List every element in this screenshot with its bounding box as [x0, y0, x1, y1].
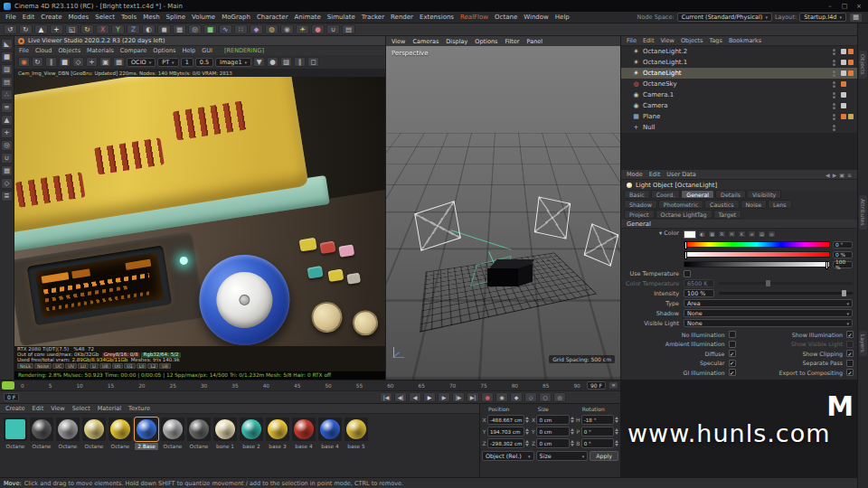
- viewer-toggle-button[interactable]: L0: [137, 363, 147, 369]
- material-name[interactable]: base 4: [292, 443, 316, 450]
- menu-item[interactable]: Render: [391, 14, 413, 21]
- panel-tab-objects[interactable]: Objects: [859, 51, 867, 79]
- material-thumbnail[interactable]: [266, 418, 289, 441]
- material-item[interactable]: base 4: [292, 418, 316, 450]
- object-tag-icon[interactable]: [841, 81, 846, 87]
- material-name[interactable]: Octane: [82, 443, 106, 450]
- object-tag-icon[interactable]: [848, 81, 854, 87]
- save-image-icon[interactable]: ▼: [253, 57, 265, 67]
- attribute-tab[interactable]: General: [681, 190, 714, 199]
- material-menu-item[interactable]: Select: [72, 405, 90, 412]
- record-rotation-icon[interactable]: ○: [539, 392, 552, 402]
- object-tag-icon[interactable]: [848, 49, 854, 54]
- material-item[interactable]: Octane: [82, 418, 106, 450]
- x-axis-lock-icon[interactable]: X: [96, 24, 109, 34]
- node-space-dropdown[interactable]: Current (Standard/Physical): [677, 13, 772, 22]
- panel-tab-attributes[interactable]: Attributes: [859, 195, 867, 230]
- material-name[interactable]: 2.Base: [135, 443, 158, 450]
- viewer-toggle-button[interactable]: LI: [90, 363, 99, 369]
- menu-item[interactable]: MoGraph: [222, 14, 250, 21]
- material-name[interactable]: Octane: [108, 443, 132, 450]
- object-manager-menu-item[interactable]: Edit: [643, 37, 655, 44]
- attribute-tab[interactable]: Target: [713, 210, 741, 219]
- material-item[interactable]: Octane: [30, 418, 53, 450]
- object-tag-icon[interactable]: [841, 92, 846, 98]
- material-item[interactable]: base 5: [344, 418, 368, 450]
- spline-pen-icon[interactable]: ∿: [219, 24, 232, 34]
- material-menu-item[interactable]: View: [51, 405, 64, 412]
- cube-object-front[interactable]: [487, 268, 518, 286]
- coordinate-field[interactable]: -488.667 cm: [487, 415, 524, 425]
- visibility-dots[interactable]: [833, 49, 835, 55]
- object-list-empty-area[interactable]: [621, 133, 857, 170]
- move-tool-icon[interactable]: +: [50, 24, 63, 34]
- object-row[interactable]: ▦ Plane: [621, 111, 857, 122]
- mograph-icon[interactable]: ∷: [234, 24, 248, 34]
- deformer-icon[interactable]: ◆: [250, 24, 263, 34]
- color-kelvin-icon[interactable]: K: [738, 230, 746, 238]
- autokey-icon[interactable]: ◉: [495, 392, 508, 402]
- menu-item[interactable]: Modes: [69, 14, 90, 21]
- visibility-dots[interactable]: [833, 60, 835, 66]
- history-back-icon[interactable]: ◀: [826, 172, 830, 178]
- object-tag-icon[interactable]: [848, 92, 854, 98]
- goto-start-icon[interactable]: |◀: [380, 392, 392, 402]
- material-name[interactable]: base 3: [266, 443, 289, 450]
- viewport-menu-item[interactable]: Display: [446, 38, 467, 45]
- live-viewer-menu-item[interactable]: Materials: [87, 47, 114, 54]
- attribute-tab[interactable]: Visibility: [747, 190, 781, 199]
- live-viewer-menu-item[interactable]: GUI: [202, 47, 212, 54]
- color-spectrum-icon[interactable]: ▦: [708, 230, 716, 238]
- coordinate-field[interactable]: -18 °: [581, 415, 614, 425]
- checkbox[interactable]: [846, 331, 854, 338]
- next-key-icon[interactable]: |▶: [452, 392, 465, 402]
- menu-item[interactable]: Volume: [192, 14, 215, 21]
- visibility-dots[interactable]: [833, 81, 835, 88]
- menu-item[interactable]: Extensions: [420, 14, 454, 21]
- layout-grid-icon[interactable]: ▦: [849, 13, 863, 23]
- menu-item[interactable]: Simulate: [327, 14, 355, 21]
- current-frame-field[interactable]: 0 F: [4, 393, 19, 401]
- menu-item[interactable]: Edit: [23, 14, 35, 21]
- gamma-field[interactable]: 0.5: [195, 58, 213, 67]
- current-frame-marker[interactable]: [2, 381, 14, 389]
- scripting-icon[interactable]: ≣: [1, 191, 13, 202]
- workplane-icon[interactable]: ▤: [342, 24, 355, 34]
- material-name[interactable]: bone 1: [213, 443, 237, 450]
- viewport-solo-icon[interactable]: ◎: [1, 140, 13, 151]
- goto-end-icon[interactable]: ▶|: [467, 392, 479, 402]
- live-viewer-menu-item[interactable]: File: [19, 47, 29, 54]
- material-name[interactable]: base 5: [344, 443, 368, 450]
- material-item[interactable]: Octane: [56, 418, 80, 450]
- viewer-toggle-button[interactable]: UV: [65, 363, 77, 369]
- object-row[interactable]: ◉ Camera.1: [621, 89, 857, 100]
- material-item[interactable]: 2.Base: [135, 418, 158, 450]
- material-item[interactable]: base 2: [240, 418, 263, 450]
- material-thumbnail[interactable]: [318, 418, 342, 441]
- viewer-toggle-button[interactable]: Noise: [34, 363, 52, 369]
- color-wheel-icon[interactable]: ◐: [698, 230, 706, 238]
- coordinate-field[interactable]: 0 °: [581, 427, 614, 436]
- material-thumbnail[interactable]: [56, 418, 80, 441]
- material-menu-item[interactable]: Material: [98, 405, 121, 412]
- material-thumbnail[interactable]: [108, 418, 132, 441]
- screen-picker-icon[interactable]: ◎: [768, 230, 776, 238]
- viewport-menu-item[interactable]: Panel: [527, 38, 543, 45]
- viewer-toggle-button[interactable]: L2: [147, 363, 158, 369]
- subsamples-field[interactable]: 1: [181, 58, 193, 67]
- coordinate-mode-dropdown[interactable]: Object (Rel.): [482, 451, 534, 461]
- viewport-menu-item[interactable]: View: [392, 38, 405, 45]
- value-value[interactable]: 100 %: [833, 261, 853, 268]
- material-item[interactable]: Octane: [4, 418, 27, 450]
- attribute-tab[interactable]: Project: [624, 210, 655, 219]
- object-tag-icon[interactable]: [848, 125, 854, 130]
- viewport-canvas[interactable]: Perspective Grid Spacing: 500 cm: [386, 46, 620, 380]
- polygons-mode-icon[interactable]: ▲: [1, 115, 13, 126]
- record-keyframe-icon[interactable]: ●: [481, 392, 494, 402]
- rotate-tool-icon[interactable]: ↻: [80, 24, 94, 34]
- checkbox[interactable]: [846, 341, 854, 348]
- panel-tab-layers[interactable]: Layers: [859, 331, 867, 356]
- material-name[interactable]: Octane: [4, 443, 27, 450]
- next-frame-icon[interactable]: ▶: [438, 392, 450, 402]
- viewer-toggle-button[interactable]: U8: [159, 363, 171, 369]
